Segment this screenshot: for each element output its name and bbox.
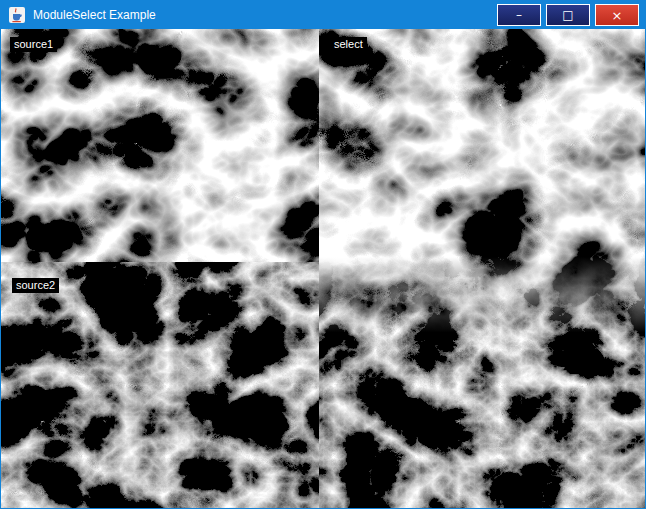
select-label: select [330, 37, 367, 52]
maximize-button[interactable]: □ [546, 4, 590, 26]
java-coffee-cup-icon[interactable] [9, 7, 25, 23]
render-area: source1 select source2 [1, 29, 645, 508]
minimize-button[interactable]: – [497, 4, 541, 26]
window-title: ModuleSelect Example [33, 8, 497, 22]
source2-layer [1, 267, 312, 508]
noise-canvas [1, 29, 645, 508]
window-controls: – □ × [497, 4, 639, 26]
titlebar[interactable]: ModuleSelect Example – □ × [1, 1, 645, 29]
app-window: ModuleSelect Example – □ × [0, 0, 646, 509]
source1-layer [1, 29, 312, 267]
source2-label: source2 [12, 278, 59, 293]
close-button[interactable]: × [595, 4, 639, 26]
source1-label: source1 [10, 37, 57, 52]
